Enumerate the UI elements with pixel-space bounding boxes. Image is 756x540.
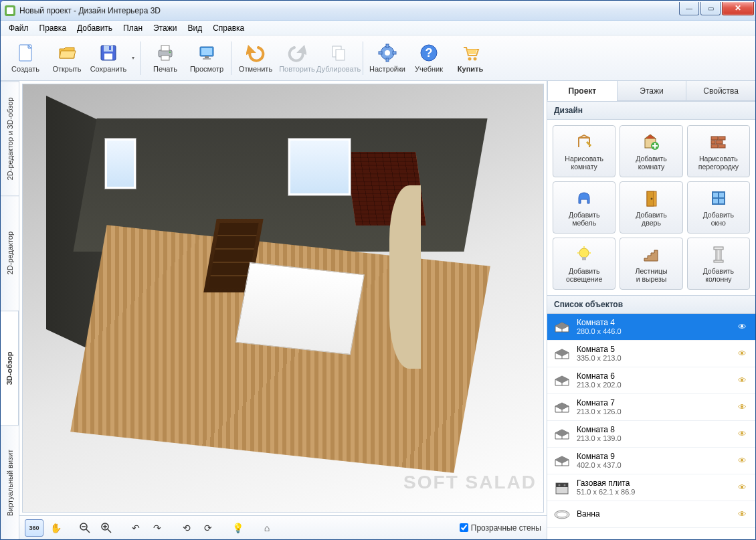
object-dimensions: 335.0 x 213.0: [577, 354, 738, 363]
object-row[interactable]: Комната 4280.0 x 446.0👁: [547, 314, 755, 341]
orbit-right-button[interactable]: ⟳: [199, 519, 217, 537]
object-icon: [553, 480, 571, 495]
minimize-button[interactable]: —: [679, 2, 699, 15]
menu-view[interactable]: Вид: [182, 21, 207, 35]
zoom-out-button[interactable]: [76, 519, 94, 537]
print-button[interactable]: Печать: [145, 38, 186, 78]
addcol-icon: [708, 244, 729, 264]
svg-point-23: [468, 58, 472, 61]
print-icon: [155, 43, 175, 63]
menu-add[interactable]: Добавить: [72, 21, 118, 35]
design-drawwall-button[interactable]: Нарисоватьперегородку: [687, 125, 750, 177]
vtab-3d[interactable]: 3D-обзор: [1, 310, 19, 425]
design-button-label: Добавитькомнату: [636, 155, 666, 171]
3d-viewport[interactable]: SOFT SALAD: [22, 84, 544, 513]
light-toggle-button[interactable]: 💡: [228, 519, 247, 537]
tab-floors[interactable]: Этажи: [617, 81, 686, 101]
object-row[interactable]: Комната 6213.0 x 202.0👁: [547, 367, 755, 394]
drawwall-icon: [708, 132, 729, 152]
design-addroom-button[interactable]: Добавитькомнату: [620, 125, 682, 177]
object-dimensions: 213.0 x 126.0: [577, 408, 738, 416]
svg-rect-39: [719, 145, 725, 148]
tab-project[interactable]: Проект: [547, 81, 617, 101]
object-icon: [553, 507, 571, 522]
visibility-eye-icon[interactable]: 👁: [738, 402, 750, 412]
menu-plan[interactable]: План: [118, 21, 148, 35]
object-row[interactable]: Комната 5335.0 x 213.0👁: [547, 341, 755, 367]
design-addwin-button[interactable]: Добавитьокно: [687, 181, 750, 234]
tab-properties[interactable]: Свойства: [686, 81, 755, 101]
object-dimensions: 213.0 x 139.0: [577, 434, 738, 443]
orbit-left-button[interactable]: ⟲: [177, 519, 196, 537]
preview-icon: [197, 43, 217, 63]
duplicate-button[interactable]: Дублировать: [318, 38, 359, 78]
rotate-left-button[interactable]: ↶: [126, 519, 145, 537]
menu-edit[interactable]: Правка: [34, 21, 72, 35]
transparent-walls-checkbox[interactable]: Прозрачные стены: [460, 523, 541, 533]
svg-rect-18: [386, 58, 389, 62]
design-addlight-button[interactable]: Добавитьосвещение: [553, 238, 616, 290]
design-adddoor-button[interactable]: Добавитьдверь: [620, 181, 682, 234]
design-drawroom-button[interactable]: Нарисоватькомнату: [553, 125, 616, 177]
svg-rect-57: [556, 483, 568, 487]
vtab-2d-3d[interactable]: 2D-редактор и 3D-обзор: [1, 81, 19, 195]
redo-button[interactable]: Повторить: [276, 38, 318, 78]
open-icon: [57, 43, 77, 63]
save-icon: [98, 43, 118, 63]
save-button[interactable]: Сохранить: [88, 38, 129, 78]
object-row[interactable]: Комната 9402.0 x 437.0👁: [547, 448, 755, 474]
svg-point-58: [559, 484, 561, 486]
right-panel: Проект Этажи Свойства Дизайн Нарисоватьк…: [547, 81, 755, 539]
close-button[interactable]: ✕: [722, 2, 754, 15]
svg-point-61: [557, 512, 567, 517]
object-row[interactable]: Ванна👁: [547, 501, 755, 528]
visibility-eye-icon[interactable]: 👁: [738, 349, 750, 359]
svg-rect-38: [711, 145, 718, 148]
settings-button[interactable]: Настройки: [367, 38, 408, 78]
new-icon: [15, 43, 35, 63]
menu-help[interactable]: Справка: [207, 21, 250, 35]
visibility-eye-icon[interactable]: 👁: [738, 429, 750, 439]
design-stairs-button[interactable]: Лестницыи вырезы: [620, 238, 682, 290]
visibility-eye-icon[interactable]: 👁: [738, 509, 750, 519]
visibility-eye-icon[interactable]: 👁: [738, 482, 750, 492]
transparent-walls-input[interactable]: [460, 523, 468, 532]
new-button[interactable]: Создать: [5, 38, 46, 78]
view-360-button[interactable]: 360: [25, 519, 43, 537]
tutorial-button[interactable]: ? Учебник: [408, 38, 450, 78]
vtab-virtual[interactable]: Виртуальный визит: [1, 425, 19, 539]
rotate-right-button[interactable]: ↷: [148, 519, 167, 537]
visibility-eye-icon[interactable]: 👁: [738, 456, 750, 466]
maximize-button[interactable]: ▭: [700, 2, 721, 15]
svg-rect-11: [205, 56, 209, 58]
objects-list[interactable]: Комната 4280.0 x 446.0👁Комната 5335.0 x …: [547, 314, 755, 539]
svg-point-24: [474, 58, 477, 61]
object-dimensions: 402.0 x 437.0: [577, 461, 738, 470]
view-pan-button[interactable]: ✋: [46, 519, 65, 537]
svg-rect-47: [582, 257, 586, 260]
open-button[interactable]: Открыть: [46, 38, 88, 78]
object-row[interactable]: Комната 7213.0 x 126.0👁: [547, 394, 755, 421]
object-name: Ванна: [577, 509, 738, 519]
vtab-2d[interactable]: 2D-редактор: [1, 195, 19, 310]
menu-floors[interactable]: Этажи: [148, 21, 182, 35]
window-title: Новый проект - Дизайн Интерьера 3D: [19, 6, 679, 15]
design-addcol-button[interactable]: Добавитьколонну: [687, 238, 750, 290]
undo-button[interactable]: Отменить: [235, 38, 276, 78]
save-dropdown[interactable]: ▾: [129, 38, 137, 78]
home-view-button[interactable]: ⌂: [258, 519, 276, 537]
svg-point-8: [169, 52, 171, 54]
visibility-eye-icon[interactable]: 👁: [738, 375, 750, 385]
design-button-label: Добавитьдверь: [636, 211, 666, 227]
menu-file[interactable]: Файл: [3, 21, 34, 35]
design-button-label: Нарисоватькомнату: [565, 155, 603, 171]
zoom-in-button[interactable]: [97, 519, 116, 537]
svg-point-42: [651, 198, 653, 200]
svg-rect-7: [161, 56, 169, 60]
object-row[interactable]: Комната 8213.0 x 139.0👁: [547, 421, 755, 448]
object-row[interactable]: Газовая плита51.0 x 62.1 x 86.9👁: [547, 474, 755, 501]
design-addfurn-button[interactable]: Добавитьмебель: [553, 181, 616, 234]
buy-button[interactable]: Купить: [450, 38, 491, 78]
visibility-eye-icon[interactable]: 👁: [738, 322, 750, 332]
preview-button[interactable]: Просмотр: [186, 38, 227, 78]
